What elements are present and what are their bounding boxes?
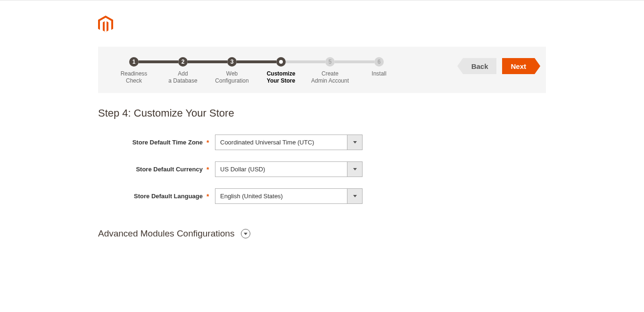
svg-marker-1 [103, 21, 108, 32]
step-connector [286, 60, 325, 63]
back-button[interactable]: Back [463, 58, 497, 74]
timezone-value: Coordinated Universal Time (UTC) [215, 135, 347, 150]
expand-circle-icon [241, 229, 250, 238]
magento-logo-icon [98, 16, 546, 34]
language-label: Store Default Language [98, 193, 206, 200]
language-select[interactable]: English (United States) [215, 188, 363, 204]
steps-list: 1 Readiness Check 2 Add a Database 3 Web… [109, 57, 404, 84]
step-circle: 6 [374, 57, 384, 67]
timezone-dropdown-toggle[interactable] [347, 135, 363, 150]
advanced-modules-toggle[interactable]: Advanced Modules Configurations [98, 228, 546, 239]
wizard-progress-bar: 1 Readiness Check 2 Add a Database 3 Web… [98, 47, 546, 93]
step-label: Readiness Check [109, 70, 158, 84]
chevron-down-icon [244, 233, 248, 235]
step-circle: 3 [227, 57, 237, 67]
timezone-select[interactable]: Coordinated Universal Time (UTC) [215, 135, 363, 150]
page-title: Step 4: Customize Your Store [98, 107, 546, 119]
timezone-label: Store Default Time Zone [98, 139, 206, 146]
wizard-nav-buttons: Back Next [463, 57, 535, 74]
currency-dropdown-toggle[interactable] [347, 161, 363, 177]
currency-label: Store Default Currency [98, 166, 206, 173]
step-circle-active [276, 57, 286, 67]
language-dropdown-toggle[interactable] [347, 188, 363, 204]
step-circle: 2 [178, 57, 188, 67]
step-connector [188, 60, 227, 63]
required-mark: * [206, 166, 215, 173]
caret-down-icon [353, 168, 357, 170]
step-label: Web Configuration [207, 70, 256, 84]
step-connector [139, 60, 178, 63]
timezone-row: Store Default Time Zone * Coordinated Un… [98, 135, 546, 150]
required-mark: * [206, 139, 215, 146]
step-label: Customize Your Store [256, 70, 305, 84]
advanced-modules-title: Advanced Modules Configurations [98, 228, 234, 239]
svg-marker-0 [98, 16, 113, 30]
language-row: Store Default Language * English (United… [98, 188, 546, 204]
required-mark: * [206, 193, 215, 200]
currency-value: US Dollar (USD) [215, 161, 347, 177]
step-circle: 5 [325, 57, 335, 67]
step-label: Install [355, 70, 404, 77]
magento-logo [98, 16, 546, 34]
caret-down-icon [353, 195, 357, 197]
next-button[interactable]: Next [502, 58, 535, 74]
currency-row: Store Default Currency * US Dollar (USD) [98, 161, 546, 177]
step-connector [335, 60, 374, 63]
step-circle: 1 [129, 57, 139, 67]
language-value: English (United States) [215, 188, 347, 204]
step-connector [237, 60, 276, 63]
step-label: Add a Database [158, 70, 207, 84]
content-area: Step 4: Customize Your Store Store Defau… [98, 93, 546, 239]
caret-down-icon [353, 141, 357, 143]
step-label: Create Admin Account [305, 70, 355, 84]
currency-select[interactable]: US Dollar (USD) [215, 161, 363, 177]
